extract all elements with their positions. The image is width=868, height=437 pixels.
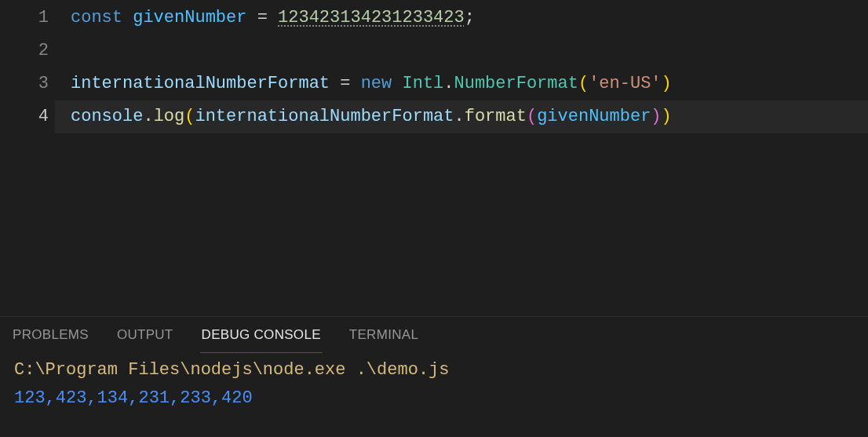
code-token: internationalNumberFormat bbox=[195, 107, 454, 126]
console-command-line: C:\Program Files\nodejs\node.exe .\demo.… bbox=[14, 356, 854, 384]
code-content[interactable]: const givenNumber = 123423134231233423;i… bbox=[71, 2, 868, 316]
code-token: Intl bbox=[402, 74, 443, 93]
code-token: ( bbox=[578, 74, 589, 93]
code-token: . bbox=[443, 74, 454, 93]
line-number: 1 bbox=[0, 2, 49, 35]
tab-problems[interactable]: PROBLEMS bbox=[11, 321, 90, 352]
line-number: 3 bbox=[0, 67, 49, 100]
code-token: log bbox=[154, 107, 185, 126]
tab-output[interactable]: OUTPUT bbox=[115, 321, 175, 352]
code-line[interactable]: console.log(internationalNumberFormat.fo… bbox=[55, 100, 868, 133]
code-token: NumberFormat bbox=[454, 74, 578, 93]
code-token: . bbox=[143, 107, 153, 126]
code-token: 'en-US' bbox=[589, 74, 661, 93]
code-line[interactable]: internationalNumberFormat = new Intl.Num… bbox=[71, 67, 868, 100]
code-token: givenNumber bbox=[133, 8, 246, 27]
code-token: . bbox=[454, 107, 465, 126]
tab-debug-console[interactable]: DEBUG CONSOLE bbox=[200, 321, 323, 353]
debug-console-content[interactable]: C:\Program Files\nodejs\node.exe .\demo.… bbox=[0, 356, 868, 437]
tab-terminal[interactable]: TERMINAL bbox=[348, 321, 420, 352]
code-line[interactable] bbox=[71, 35, 868, 67]
code-token: ( bbox=[527, 107, 537, 126]
line-number-gutter: 1234 bbox=[0, 2, 71, 316]
code-token: console bbox=[71, 107, 143, 126]
panel-tabs: PROBLEMS OUTPUT DEBUG CONSOLE TERMINAL bbox=[0, 317, 868, 356]
line-number: 4 bbox=[0, 100, 49, 133]
code-token: = bbox=[330, 74, 361, 93]
code-token: givenNumber bbox=[537, 107, 651, 126]
bottom-panel: PROBLEMS OUTPUT DEBUG CONSOLE TERMINAL C… bbox=[0, 316, 868, 437]
code-token: ) bbox=[651, 107, 661, 126]
code-token: internationalNumberFormat bbox=[71, 74, 330, 93]
code-token: ( bbox=[184, 107, 195, 126]
code-token: const bbox=[71, 8, 133, 27]
code-editor[interactable]: 1234 const givenNumber = 123423134231233… bbox=[0, 0, 868, 316]
code-token: ; bbox=[465, 8, 475, 27]
code-token: 123423134231233423 bbox=[278, 8, 465, 27]
code-token: ) bbox=[662, 74, 672, 93]
code-token: format bbox=[465, 107, 527, 126]
code-token: new bbox=[361, 74, 403, 93]
console-output-line: 123,423,134,231,233,420 bbox=[14, 384, 854, 413]
line-number: 2 bbox=[0, 35, 49, 67]
code-token: ) bbox=[662, 107, 672, 126]
code-line[interactable]: const givenNumber = 123423134231233423; bbox=[71, 2, 868, 35]
code-token: = bbox=[246, 8, 278, 27]
